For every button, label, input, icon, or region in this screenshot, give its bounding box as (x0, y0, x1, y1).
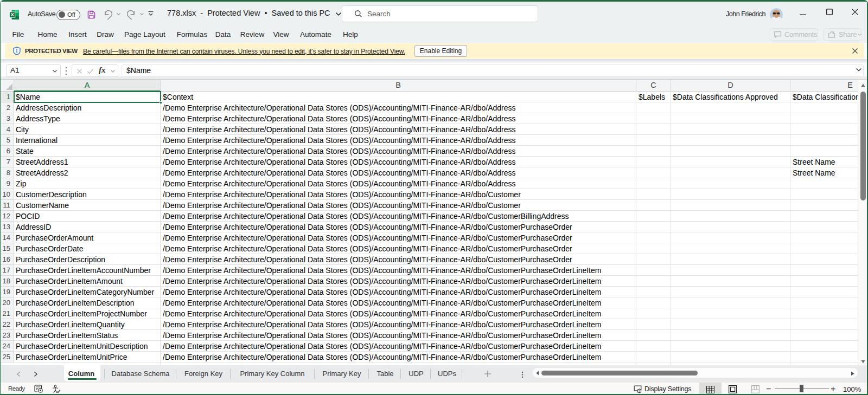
svg-text:X: X (10, 11, 14, 17)
